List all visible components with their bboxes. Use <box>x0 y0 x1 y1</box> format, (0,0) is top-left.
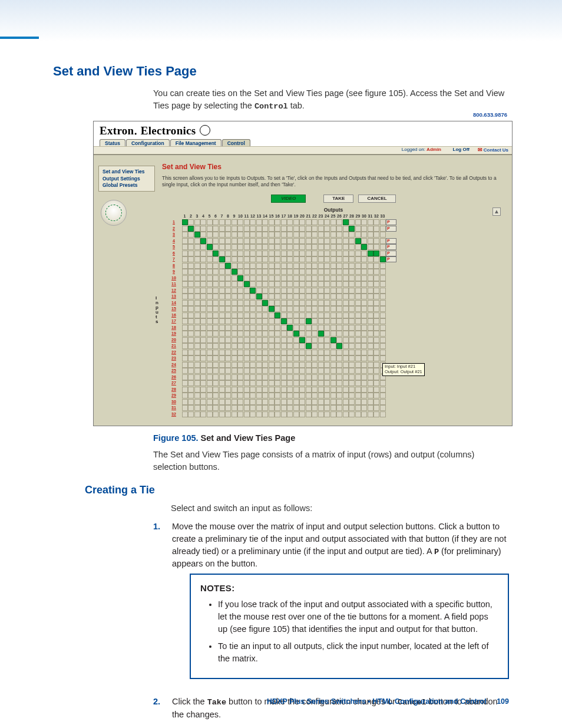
tie-cell[interactable] <box>262 256 268 262</box>
tie-cell[interactable] <box>324 312 330 318</box>
tie-cell[interactable] <box>194 343 200 349</box>
tie-cell[interactable] <box>293 312 299 318</box>
tie-cell[interactable] <box>262 325 268 331</box>
tie-cell[interactable] <box>324 306 330 312</box>
tie-cell[interactable] <box>275 256 280 262</box>
tie-cell[interactable] <box>380 312 386 318</box>
tie-cell[interactable] <box>219 387 225 393</box>
tie-cell[interactable] <box>361 374 367 380</box>
tie-cell[interactable] <box>200 387 206 393</box>
tie-cell[interactable] <box>232 331 237 337</box>
tie-cell[interactable] <box>194 374 200 380</box>
tie-cell[interactable] <box>299 399 305 405</box>
tie-cell[interactable] <box>299 325 305 331</box>
tie-cell[interactable] <box>182 269 188 275</box>
tie-cell[interactable] <box>182 300 188 306</box>
tie-cell[interactable] <box>219 318 225 324</box>
tie-cell[interactable] <box>318 232 324 238</box>
tie-cell[interactable] <box>256 300 262 306</box>
tie-cell[interactable] <box>194 226 200 232</box>
tie-cell[interactable] <box>262 362 268 368</box>
tie-cell[interactable] <box>306 368 312 374</box>
tie-cell[interactable] <box>182 380 188 386</box>
tie-cell[interactable] <box>219 232 225 238</box>
tie-cell[interactable] <box>244 350 250 355</box>
tie-cell[interactable] <box>293 269 299 275</box>
tie-cell[interactable] <box>207 306 213 312</box>
tie-cell[interactable] <box>330 232 336 238</box>
tie-cell[interactable] <box>269 318 275 324</box>
tie-cell[interactable] <box>250 269 256 275</box>
tie-cell[interactable] <box>256 275 262 281</box>
tie-cell[interactable] <box>207 331 213 337</box>
tie-cell[interactable] <box>194 244 200 250</box>
tie-cell[interactable] <box>219 368 225 374</box>
tie-cell[interactable] <box>188 368 194 374</box>
tie-cell[interactable] <box>306 405 312 411</box>
tie-cell[interactable] <box>373 238 379 244</box>
tie-cell[interactable] <box>306 380 312 386</box>
tie-cell[interactable] <box>256 232 262 238</box>
tie-cell[interactable] <box>213 275 219 281</box>
tie-cell[interactable] <box>275 281 280 287</box>
tie-cell[interactable] <box>275 411 280 417</box>
tie-cell[interactable] <box>324 219 330 225</box>
tie-cell[interactable] <box>361 368 367 374</box>
tie-cell[interactable] <box>213 300 219 306</box>
tie-cell[interactable] <box>194 312 200 318</box>
tie-cell[interactable] <box>262 355 268 361</box>
tie-cell[interactable] <box>200 294 206 299</box>
tie-cell[interactable] <box>368 331 373 337</box>
tie-cell[interactable] <box>256 219 262 225</box>
tie-cell[interactable] <box>373 368 379 374</box>
input-row-link-14[interactable]: 14 <box>168 300 181 306</box>
tie-cell[interactable] <box>287 312 293 318</box>
tie-cell[interactable] <box>219 281 225 287</box>
tie-cell[interactable] <box>269 343 275 349</box>
tie-cell[interactable] <box>349 325 355 331</box>
tie-cell[interactable] <box>182 306 188 312</box>
tie-cell[interactable] <box>256 256 262 262</box>
tie-cell[interactable] <box>324 380 330 386</box>
tie-cell[interactable] <box>188 232 194 238</box>
tie-cell[interactable] <box>299 355 305 361</box>
tie-cell[interactable] <box>281 288 287 294</box>
tie-cell[interactable] <box>293 380 299 386</box>
tie-cell[interactable] <box>269 393 275 398</box>
tie-cell[interactable] <box>213 374 219 380</box>
tie-cell[interactable] <box>330 374 336 380</box>
tie-cell[interactable] <box>293 325 299 331</box>
tie-cell[interactable] <box>207 355 213 361</box>
tie-cell[interactable] <box>219 288 225 294</box>
tie-cell[interactable] <box>250 362 256 368</box>
tie-cell[interactable] <box>281 219 287 225</box>
tie-cell[interactable] <box>200 256 206 262</box>
tie-cell[interactable] <box>269 238 275 244</box>
tie-cell[interactable] <box>207 411 213 417</box>
tie-cell[interactable] <box>237 362 243 368</box>
tie-cell[interactable] <box>330 318 336 324</box>
tie-cell[interactable] <box>232 387 237 393</box>
tie-cell[interactable] <box>380 411 386 417</box>
tie-cell[interactable] <box>293 399 299 405</box>
tie-cell[interactable] <box>349 251 355 256</box>
tie-cell[interactable] <box>281 374 287 380</box>
tie-cell[interactable] <box>269 263 275 269</box>
tie-cell[interactable] <box>349 318 355 324</box>
tie-cell[interactable] <box>275 387 280 393</box>
tie-cell[interactable] <box>336 399 342 405</box>
tie-cell[interactable] <box>232 399 237 405</box>
tie-cell[interactable] <box>380 350 386 355</box>
tie-cell[interactable] <box>269 411 275 417</box>
tie-cell[interactable] <box>213 350 219 355</box>
tie-cell[interactable] <box>324 393 330 398</box>
tie-cell[interactable] <box>330 281 336 287</box>
tie-cell[interactable] <box>373 281 379 287</box>
tie-cell[interactable] <box>380 263 386 269</box>
tie-cell[interactable] <box>324 318 330 324</box>
tie-cell[interactable] <box>368 350 373 355</box>
tie-cell[interactable] <box>380 251 386 256</box>
tie-cell[interactable] <box>361 312 367 318</box>
tie-cell[interactable] <box>355 244 361 250</box>
tie-cell[interactable] <box>194 387 200 393</box>
